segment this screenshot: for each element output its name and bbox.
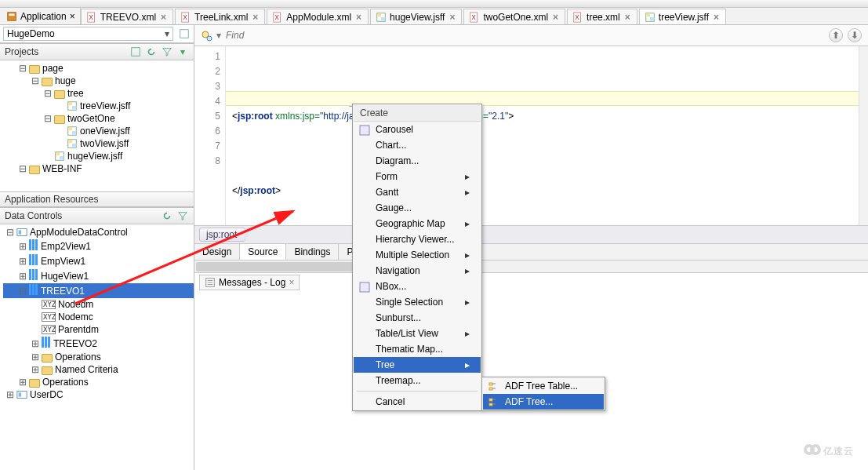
- projects-tree[interactable]: ⊟page⊟huge⊟treetreeView.jsff⊟twoGetOneon…: [0, 60, 194, 191]
- tree-twisty[interactable]: ⊞: [31, 352, 39, 363]
- tree-twisty[interactable]: ⊟: [19, 163, 27, 174]
- data-controls-tree[interactable]: ⊟AppModuleDataControl⊞Emp2View1⊞EmpView1…: [0, 224, 194, 470]
- menu-item[interactable]: Hierarchy Viewer...: [354, 231, 481, 247]
- menu-item[interactable]: Geographic Map▸: [354, 216, 481, 231]
- tree-row[interactable]: ⊟huge: [3, 75, 194, 87]
- menu-item[interactable]: Sunburst...: [354, 310, 481, 326]
- application-icon: [6, 11, 17, 22]
- code-editor[interactable]: 12345678 <?xml version='1.0' encoding='U…: [194, 46, 868, 225]
- menu-item[interactable]: Diagram...: [354, 153, 481, 169]
- editor-tab[interactable]: xTREEVO.xml×: [81, 9, 173, 24]
- close-icon[interactable]: ×: [70, 11, 75, 22]
- tree-row[interactable]: ⊟WEB-INF: [3, 162, 194, 175]
- tree-row[interactable]: ⊞UserDC: [3, 388, 194, 401]
- tree-row[interactable]: oneView.jsff: [3, 125, 194, 137]
- find-input[interactable]: [226, 30, 383, 41]
- refresh-icon[interactable]: [161, 209, 173, 222]
- tree-twisty[interactable]: ⊞: [19, 241, 27, 252]
- tree-row[interactable]: ⊞TREEVO2: [3, 336, 194, 351]
- view-tab[interactable]: Design: [194, 244, 240, 260]
- close-icon[interactable]: ×: [251, 12, 260, 23]
- menu-item[interactable]: ADF Tree...: [483, 394, 604, 410]
- menu-item[interactable]: Form▸: [354, 169, 481, 184]
- tree-row[interactable]: ⊟TREEVO1: [3, 283, 194, 298]
- editor-tab[interactable]: treeView.jsff×: [639, 9, 726, 24]
- tree-row[interactable]: twoView.jsff: [3, 137, 194, 150]
- view-tab[interactable]: Source: [240, 244, 286, 260]
- tree-row[interactable]: treeView.jsff: [3, 100, 194, 112]
- menu-item[interactable]: Treemap...: [354, 373, 481, 388]
- tree-twisty[interactable]: ⊞: [31, 364, 39, 375]
- overview-ruler[interactable]: [859, 46, 868, 225]
- close-icon[interactable]: ×: [159, 12, 168, 23]
- find-scope-icon[interactable]: [201, 30, 212, 41]
- filter-icon[interactable]: [161, 46, 173, 58]
- menu-item[interactable]: Table/List View▸: [354, 326, 481, 341]
- close-icon[interactable]: ×: [354, 12, 363, 23]
- editor-tab[interactable]: xtree.xml×: [567, 9, 637, 24]
- menu-item[interactable]: NBox...: [354, 279, 481, 294]
- refresh-icon[interactable]: [145, 46, 158, 58]
- application-tab[interactable]: Application ×: [2, 8, 81, 24]
- tree-twisty[interactable]: ⊞: [31, 338, 39, 349]
- tree-twisty[interactable]: ⊞: [19, 377, 27, 388]
- breadcrumb-item[interactable]: jsp:root: [199, 228, 245, 242]
- close-icon[interactable]: ×: [448, 12, 456, 23]
- tree-twisty[interactable]: ⊟: [6, 227, 14, 238]
- messages-log-tab[interactable]: Messages - Log ×: [199, 275, 300, 290]
- tree-row[interactable]: ⊟AppModuleDataControl: [3, 226, 194, 239]
- projects-menu-icon[interactable]: ▾: [176, 46, 189, 58]
- menu-item[interactable]: Multiple Selection▸: [354, 247, 481, 263]
- tree-twisty[interactable]: ⊞: [19, 256, 27, 267]
- close-icon[interactable]: ×: [551, 12, 560, 23]
- editor-tab[interactable]: hugeView.jsff×: [370, 9, 462, 24]
- code-area[interactable]: <?xml version='1.0' encoding='UTF-8'?> <…: [226, 46, 859, 225]
- tree-twisty[interactable]: ⊞: [19, 271, 27, 282]
- projects-tool-1[interactable]: [129, 46, 142, 58]
- horizontal-scrollbar[interactable]: [194, 260, 868, 272]
- menu-item[interactable]: Tree▸: [354, 357, 481, 373]
- menu-item[interactable]: Single Selection▸: [354, 294, 481, 310]
- tree-row[interactable]: ⊟tree: [3, 87, 194, 100]
- app-selector-tool[interactable]: [178, 27, 191, 40]
- chevron-down-icon[interactable]: ▾: [216, 30, 221, 41]
- menu-item[interactable]: Gauge...: [354, 200, 481, 216]
- tree-row[interactable]: ⊞HugeView1: [3, 268, 194, 283]
- menu-item[interactable]: Thematic Map...: [354, 341, 481, 357]
- tree-twisty[interactable]: ⊟: [44, 113, 52, 124]
- menu-item[interactable]: Carousel: [354, 122, 481, 137]
- close-icon[interactable]: ×: [623, 12, 632, 23]
- tree-twisty[interactable]: ⊟: [44, 88, 52, 99]
- tree-row[interactable]: ⊞EmpView1: [3, 253, 194, 268]
- tree-row[interactable]: ⊟twoGetOne: [3, 112, 194, 125]
- tree-row[interactable]: ⊞Operations: [3, 376, 194, 388]
- tree-row[interactable]: XYZNodemc: [3, 311, 194, 323]
- tree-row[interactable]: XYZNodedm: [3, 298, 194, 311]
- tree-row[interactable]: ⊟page: [3, 62, 194, 75]
- view-tab[interactable]: Bindings: [286, 244, 339, 260]
- tree-row[interactable]: ⊞Operations: [3, 351, 194, 363]
- tree-twisty[interactable]: ⊞: [6, 389, 14, 400]
- tree-row[interactable]: ⊞Named Criteria: [3, 363, 194, 376]
- tree-row[interactable]: ⊞Emp2View1: [3, 239, 194, 253]
- editor-tab[interactable]: xTreeLink.xml×: [175, 9, 265, 24]
- tree-row[interactable]: hugeView.jsff: [3, 150, 194, 162]
- tree-twisty[interactable]: ⊟: [19, 63, 27, 74]
- menu-item[interactable]: Gantt▸: [354, 184, 481, 200]
- tree-row[interactable]: XYZParentdm: [3, 323, 194, 336]
- menu-item[interactable]: Chart...: [354, 137, 481, 153]
- close-icon[interactable]: ×: [289, 277, 294, 288]
- application-selector[interactable]: HugeDemo ▾: [3, 27, 173, 41]
- find-next-button[interactable]: ⬇: [848, 28, 862, 42]
- close-icon[interactable]: ×: [712, 12, 721, 23]
- filter-icon[interactable]: [176, 209, 189, 222]
- tree-twisty[interactable]: ⊟: [31, 75, 39, 86]
- folder-icon: [42, 78, 53, 86]
- menu-item[interactable]: ADF Tree Table...: [483, 378, 604, 394]
- find-prev-button[interactable]: ⬆: [829, 28, 843, 42]
- tree-twisty[interactable]: ⊟: [19, 286, 27, 297]
- menu-item[interactable]: Navigation▸: [354, 263, 481, 279]
- editor-tab[interactable]: xtwoGetOne.xml×: [463, 9, 565, 24]
- editor-tab[interactable]: xAppModule.xml×: [267, 9, 369, 24]
- menu-item-cancel[interactable]: Cancel: [354, 394, 481, 410]
